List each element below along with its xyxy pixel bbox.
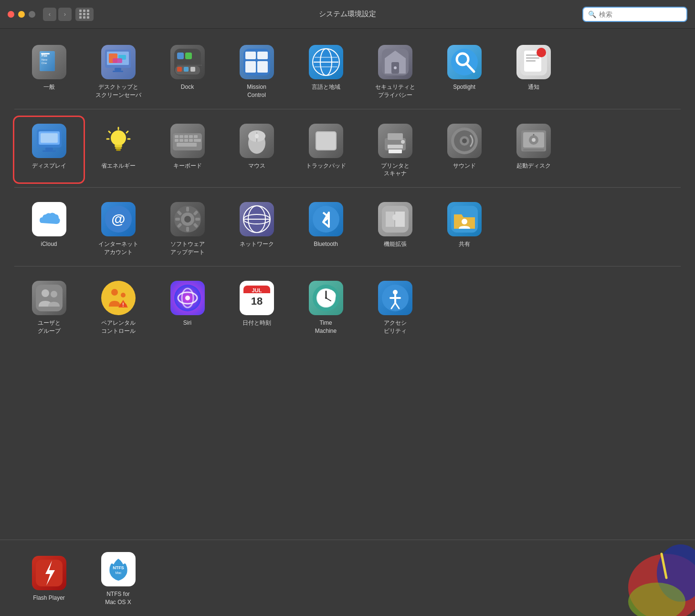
minimize-button[interactable]: [18, 11, 25, 18]
general-icon: File New One: [32, 45, 66, 79]
grid-icon: [79, 10, 90, 19]
svg-rect-64: [189, 135, 193, 138]
all-prefs-button[interactable]: [75, 8, 94, 21]
svg-rect-17: [185, 53, 192, 59]
ntfs-label: NTFS forMac OS X: [105, 590, 131, 606]
dock-icon: [170, 45, 205, 79]
pref-network[interactable]: ネットワーク: [222, 195, 291, 261]
svg-rect-26: [257, 61, 268, 73]
datetime-label: 日付と時刻: [242, 319, 271, 327]
svg-line-56: [126, 131, 128, 133]
pref-notification[interactable]: 通知: [499, 38, 568, 104]
security-icon: [378, 45, 412, 79]
dock-label: Dock: [181, 83, 194, 91]
language-label: 言語と地域: [312, 83, 340, 91]
pref-printer[interactable]: プリンタとスキャナ: [360, 117, 430, 183]
svg-point-98: [184, 216, 191, 223]
pref-siri[interactable]: Siri: [153, 274, 222, 340]
pref-bluetooth[interactable]: Bluetooth: [291, 195, 360, 261]
pref-spotlight[interactable]: Spotlight: [430, 38, 499, 104]
close-button[interactable]: [8, 11, 14, 18]
pref-display[interactable]: ディスプレイ: [14, 117, 84, 183]
bluetooth-label: Bluetooth: [314, 240, 338, 248]
svg-rect-68: [184, 139, 188, 142]
pref-startup[interactable]: 起動ディスク: [499, 117, 568, 183]
svg-rect-21: [177, 65, 202, 65]
pref-energy[interactable]: 省エネルギー: [84, 117, 153, 183]
sharing-label: 共有: [459, 240, 470, 248]
pref-desktop[interactable]: デスクトップとスクリーンセーバ: [84, 38, 153, 104]
svg-point-86: [462, 138, 467, 143]
pref-accessibility[interactable]: アクセシビリティ: [360, 274, 430, 340]
printer-label: プリンタとスキャナ: [381, 162, 410, 178]
display-icon: [32, 124, 66, 158]
pref-ntfs[interactable]: NTFS Mac NTFS forMac OS X: [84, 545, 153, 611]
pref-software[interactable]: ソフトウェアアップデート: [153, 195, 222, 261]
pref-dock[interactable]: Dock: [153, 38, 222, 104]
pref-icloud[interactable]: iCloud: [14, 195, 84, 261]
mouse-label: マウス: [248, 162, 265, 170]
section-personal: File New One 一般: [14, 38, 681, 104]
personal-grid: File New One 一般: [14, 38, 681, 104]
desktop-icon: [101, 45, 136, 79]
datetime-icon: JUL 18: [240, 281, 274, 315]
startup-label: 起動ディスク: [516, 162, 551, 170]
pref-internet[interactable]: @ インターネットアカウント: [84, 195, 153, 261]
pref-general[interactable]: File New One 一般: [14, 38, 84, 104]
search-box[interactable]: 🔍: [582, 7, 687, 22]
svg-text:One: One: [42, 62, 47, 64]
search-icon: 🔍: [588, 11, 596, 18]
svg-text:!: !: [122, 302, 124, 308]
svg-rect-61: [175, 135, 179, 138]
pref-mission[interactable]: MissionControl: [222, 38, 291, 104]
pref-parental[interactable]: ! ペアレンタルコントロール: [84, 274, 153, 340]
network-label: ネットワーク: [240, 240, 274, 248]
svg-rect-99: [186, 207, 189, 212]
pref-extensions[interactable]: 機能拡張: [360, 195, 430, 261]
pref-sharing[interactable]: 共有: [430, 195, 499, 261]
sound-icon: [447, 124, 482, 158]
internet-grid: iCloud @ インターネットアカウント: [14, 195, 681, 261]
svg-rect-62: [179, 135, 183, 138]
svg-point-45: [537, 48, 546, 57]
pref-keyboard[interactable]: キーボード: [153, 117, 222, 183]
sharing-icon: [447, 202, 482, 236]
pref-sound[interactable]: サウンド: [430, 117, 499, 183]
back-button[interactable]: ‹: [43, 8, 56, 21]
software-icon: [170, 202, 205, 236]
internet-icon: @: [101, 202, 136, 236]
spotlight-icon: [447, 45, 482, 79]
display-label: ディスプレイ: [32, 162, 66, 170]
network-icon: [240, 202, 274, 236]
fullscreen-button[interactable]: [29, 11, 35, 18]
icloud-label: iCloud: [41, 240, 57, 248]
keyboard-icon: [170, 124, 205, 158]
internet-label: インターネットアカウント: [98, 240, 138, 256]
svg-point-120: [104, 284, 133, 312]
general-label: 一般: [43, 83, 55, 91]
search-input[interactable]: [599, 11, 682, 18]
pref-flash[interactable]: Flash Player: [14, 549, 84, 607]
svg-text:File: File: [42, 54, 47, 57]
svg-rect-13: [113, 71, 123, 72]
ntfs-icon: NTFS Mac: [101, 552, 136, 586]
svg-point-128: [185, 296, 190, 300]
accessibility-label: アクセシビリティ: [384, 319, 407, 335]
pref-timemachine[interactable]: TimeMachine: [291, 274, 360, 340]
pref-language[interactable]: 言語と地域: [291, 38, 360, 104]
timemachine-label: TimeMachine: [315, 319, 337, 335]
pref-mouse[interactable]: マウス: [222, 117, 291, 183]
pref-datetime[interactable]: JUL 18 日付と時刻: [222, 274, 291, 340]
svg-rect-49: [42, 150, 56, 152]
flash-label: Flash Player: [33, 594, 65, 602]
pref-trackpad[interactable]: トラックパッド: [291, 117, 360, 183]
svg-rect-53: [115, 147, 122, 149]
svg-rect-11: [113, 58, 122, 63]
forward-button[interactable]: ›: [58, 8, 72, 21]
language-icon: [309, 45, 343, 79]
pref-users[interactable]: ユーザとグループ: [14, 274, 84, 340]
svg-rect-50: [41, 133, 58, 143]
svg-rect-69: [189, 139, 193, 142]
svg-rect-23: [245, 52, 256, 59]
pref-security[interactable]: セキュリティとプライバシー: [360, 38, 430, 104]
